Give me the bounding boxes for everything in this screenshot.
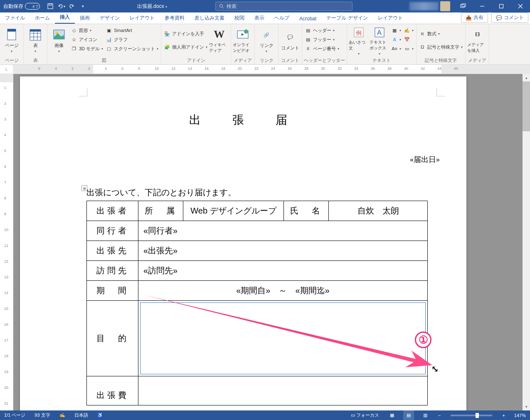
- cell-label[interactable]: 所 属: [138, 201, 183, 221]
- table-anchor-icon[interactable]: ⊕: [81, 185, 87, 191]
- zoom-knob[interactable]: [476, 413, 479, 418]
- tab-file[interactable]: ファイル: [0, 13, 30, 24]
- search-box[interactable]: 検索: [215, 2, 353, 11]
- insert-media-button[interactable]: 🎞 メディアを挿入: [467, 26, 487, 56]
- zoom-level[interactable]: 147%: [513, 410, 528, 420]
- form-table[interactable]: 出張者 所 属 Web デザイングループ 氏 名 自炊 太朗 同行者 «同行者»…: [86, 201, 428, 405]
- shapes-button[interactable]: ◇図形▾: [70, 26, 104, 35]
- online-video-button[interactable]: オンラインビデオ: [233, 26, 253, 56]
- cell-purpose[interactable]: [138, 301, 428, 376]
- autosave-switch[interactable]: オフ: [25, 3, 40, 10]
- zoom-slider[interactable]: [451, 415, 492, 416]
- undo-icon[interactable]: ▾: [57, 2, 66, 11]
- tab-draw[interactable]: 描画: [75, 13, 95, 24]
- document-page[interactable]: 出 張 届 «届出日» 出張について、下記のとおり届けます。 ⊕ 出張者 所 属…: [20, 76, 466, 410]
- status-proofing-icon[interactable]: ✍: [58, 410, 67, 420]
- icons-button[interactable]: ☺アイコン: [70, 35, 104, 44]
- screenshot-button[interactable]: ▢スクリーンショット▾: [105, 44, 159, 53]
- pagenumber-button[interactable]: #ページ番号▾: [304, 44, 340, 53]
- save-icon[interactable]: [46, 2, 55, 11]
- user-avatar[interactable]: [440, 1, 450, 11]
- qat-dropdown-icon[interactable]: ▾: [78, 2, 87, 11]
- wordart-button[interactable]: A▾: [390, 35, 402, 44]
- selected-textbox[interactable]: [140, 302, 426, 374]
- tab-review[interactable]: 校閲: [229, 13, 249, 24]
- datetime-button[interactable]: 📅: [403, 35, 414, 44]
- table-row[interactable]: 訪問先 «訪問先»: [87, 261, 428, 281]
- signature-button[interactable]: ✍▾: [403, 26, 414, 35]
- tab-table-design[interactable]: テーブル デザイン: [321, 13, 372, 24]
- pages-button[interactable]: ページ▾: [2, 26, 22, 56]
- cell-label[interactable]: 同行者: [87, 221, 138, 241]
- table-row[interactable]: 出張者 所 属 Web デザイングループ 氏 名 自炊 太朗: [87, 201, 428, 221]
- cell-label[interactable]: 出張先: [87, 241, 138, 261]
- status-language[interactable]: 日本語: [73, 410, 90, 420]
- merge-field-date[interactable]: «届出日»: [20, 155, 440, 165]
- autosave-toggle[interactable]: 自動保存 オフ: [0, 3, 43, 10]
- tab-design[interactable]: デザイン: [95, 13, 125, 24]
- zoom-in-button[interactable]: +: [500, 410, 506, 420]
- cell-label[interactable]: 期 間: [87, 281, 138, 301]
- focus-mode-button[interactable]: ▭フォーカス: [349, 410, 381, 420]
- cell-value[interactable]: 自炊 太朗: [329, 201, 428, 221]
- link-button[interactable]: 🔗 リンク▾: [256, 26, 276, 56]
- dropcap-button[interactable]: A≡▾: [390, 44, 402, 53]
- table-button[interactable]: 表▾: [25, 26, 45, 56]
- tab-help[interactable]: ヘルプ: [269, 13, 294, 24]
- tab-home[interactable]: ホーム: [30, 13, 55, 24]
- document-heading[interactable]: 出 張 届: [20, 112, 466, 128]
- object-button[interactable]: ▭▾: [403, 44, 414, 53]
- chart-button[interactable]: 📊グラフ: [105, 35, 159, 44]
- quickparts-button[interactable]: ▦▾: [390, 26, 402, 35]
- textbox-button[interactable]: A テキストボックス▾: [370, 26, 389, 56]
- document-viewport[interactable]: 出 張 届 «届出日» 出張について、下記のとおり届けます。 ⊕ 出張者 所 属…: [13, 74, 530, 410]
- web-layout-icon[interactable]: ▥: [420, 410, 431, 420]
- equation-button[interactable]: π数式▾: [418, 29, 463, 38]
- maximize-button[interactable]: [492, 0, 511, 12]
- pictures-button[interactable]: 画像▾: [49, 26, 69, 56]
- status-page[interactable]: 1/1 ページ: [2, 410, 27, 420]
- comments-button[interactable]: 💬コメント: [491, 12, 528, 23]
- print-layout-icon[interactable]: ▤: [403, 410, 414, 420]
- redo-icon[interactable]: [67, 2, 76, 11]
- tab-acrobat[interactable]: Acrobat: [294, 14, 321, 24]
- vertical-ruler[interactable]: 123456789101112131415161718192021: [0, 74, 13, 410]
- status-wordcount[interactable]: 93 文字: [33, 410, 52, 420]
- cell-value[interactable]: «同行者»: [138, 221, 428, 241]
- user-name[interactable]: [409, 2, 439, 10]
- table-row[interactable]: 同行者 «同行者»: [87, 221, 428, 241]
- wikipedia-button[interactable]: W ウィキペディア: [209, 26, 229, 56]
- cell-value[interactable]: «訪問先»: [138, 261, 428, 281]
- minimize-button[interactable]: [473, 0, 492, 12]
- tab-view[interactable]: 表示: [249, 13, 269, 24]
- comment-button[interactable]: 💬 コメント: [280, 26, 300, 56]
- get-addins-button[interactable]: 🏪アドインを入手: [163, 29, 208, 38]
- intro-text[interactable]: 出張について、下記のとおり届けます。: [86, 187, 466, 198]
- cell-label[interactable]: 訪問先: [87, 261, 138, 281]
- scrollbar-thumb[interactable]: [523, 81, 530, 131]
- my-addins-button[interactable]: 🧩個人用アドイン▾: [163, 42, 208, 52]
- header-button[interactable]: ▤ヘッダー▾: [304, 26, 340, 35]
- scroll-up-icon[interactable]: ▴: [523, 74, 530, 81]
- cell-value[interactable]: [138, 376, 428, 405]
- horizontal-ruler[interactable]: 6422468101214161820222426283032343638404…: [13, 65, 530, 74]
- close-button[interactable]: [511, 0, 530, 12]
- cell-label[interactable]: 出張費: [87, 376, 138, 405]
- read-mode-icon[interactable]: ▦: [387, 410, 397, 420]
- tab-mailings[interactable]: 差し込み文書: [190, 13, 229, 24]
- greeting-button[interactable]: 例 あいさつ文▾: [349, 26, 369, 56]
- table-row[interactable]: 出張費: [87, 376, 428, 405]
- smartart-button[interactable]: ▣SmartArt: [105, 26, 159, 35]
- cell-value[interactable]: Web デザイングループ: [183, 201, 284, 221]
- 3dmodel-button[interactable]: ❒3D モデル▾: [70, 44, 104, 53]
- cell-label[interactable]: 氏 名: [284, 201, 329, 221]
- ribbon-display-icon[interactable]: [454, 0, 473, 12]
- tab-references[interactable]: 参考資料: [160, 13, 190, 24]
- cell-value[interactable]: «期間自» ～ «期間迄»: [138, 281, 428, 301]
- table-row[interactable]: 目 的: [87, 301, 428, 376]
- symbol-button[interactable]: Ω記号と特殊文字▾: [418, 42, 463, 52]
- table-row[interactable]: 出張先 «出張先»: [87, 241, 428, 261]
- scroll-down-icon[interactable]: ▾: [523, 403, 530, 410]
- table-row[interactable]: 期 間 «期間自» ～ «期間迄»: [87, 281, 428, 301]
- footer-button[interactable]: ▤フッター▾: [304, 35, 340, 44]
